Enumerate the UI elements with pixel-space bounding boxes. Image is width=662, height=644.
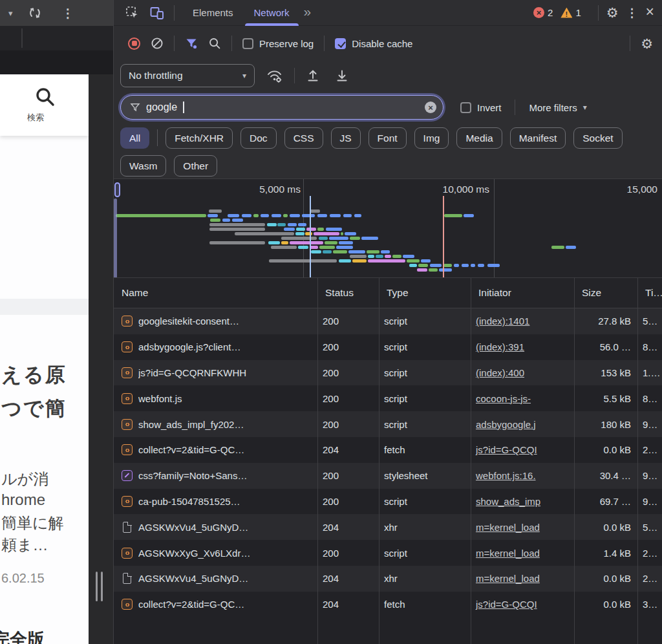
more-filters-button[interactable]: More filters ▾	[529, 102, 587, 113]
request-type-chips: AllFetch/XHRDocCSSJSFontImgMediaManifest…	[114, 124, 662, 179]
ruler-tick-label: 10,000 ms	[360, 184, 489, 195]
throttling-select[interactable]: No throttling ▾	[120, 64, 255, 87]
filter-chip-all[interactable]: All	[120, 127, 149, 149]
cell-type: xhr	[379, 573, 471, 584]
tab-elements[interactable]: Elements	[182, 0, 244, 26]
script-file-icon: ‹›	[122, 599, 133, 610]
device-toolbar-icon[interactable]	[149, 6, 165, 20]
request-name: webfont.js	[138, 393, 182, 404]
table-row[interactable]: ‹›adsbygoogle.js?client…200script(index)…	[114, 334, 662, 360]
invert-checkbox[interactable]: Invert	[460, 102, 502, 113]
cell-initiator: m=kernel_load	[471, 573, 574, 584]
initiator-link[interactable]: cocoon-js-js-	[476, 393, 531, 404]
settings-gear-icon[interactable]: ⚙	[606, 6, 619, 19]
initiator-link[interactable]: (index):1401	[476, 316, 529, 327]
column-resize-handle[interactable]	[471, 278, 471, 644]
table-row[interactable]: AGSKWxVu4_5uGNyD…204xhrm=kernel_load0.0 …	[114, 566, 662, 592]
table-row[interactable]: ‹›show_ads_impl_fy202…200scriptadsbygoog…	[114, 411, 662, 437]
waterfall-bar	[235, 232, 294, 235]
search-icon[interactable]	[208, 37, 221, 50]
column-header-type[interactable]: Type	[379, 287, 471, 299]
initiator-link[interactable]: webfont.js:16.	[476, 470, 536, 481]
cell-time: 8…	[637, 393, 662, 404]
cell-size: 0.0 kB	[574, 599, 637, 610]
waterfall-bar	[281, 241, 288, 244]
waterfall-bar	[268, 241, 280, 244]
table-row[interactable]: ‹›js?id=G-QCQRNFKWHH200script(index):400…	[114, 360, 662, 386]
filter-chip-socket[interactable]: Socket	[573, 127, 622, 149]
filter-chip-font[interactable]: Font	[368, 127, 407, 149]
table-row[interactable]: ‹›webfont.js200scriptcocoon-js-js-5.5 kB…	[114, 385, 662, 411]
initiator-link[interactable]: m=kernel_load	[476, 522, 540, 533]
dock-resize-grip[interactable]	[96, 572, 106, 601]
record-button[interactable]	[128, 38, 140, 50]
column-resize-handle[interactable]	[637, 278, 638, 644]
devtools-kebab-icon[interactable]: ⋮	[626, 6, 638, 20]
cell-size: 0.0 kB	[574, 522, 637, 533]
network-settings-gear-icon[interactable]: ⚙	[641, 37, 653, 50]
filter-chip-wasm[interactable]: Wasm	[120, 155, 166, 177]
import-har-icon[interactable]	[306, 69, 320, 83]
waterfall-bar	[381, 250, 390, 253]
toolbar-divider	[324, 36, 325, 51]
column-resize-handle[interactable]	[317, 278, 318, 644]
close-icon[interactable]: ×	[646, 5, 654, 19]
table-row[interactable]: ‹›AGSKWxXyG_Xv6LXdr…200scriptm=kernel_lo…	[114, 540, 662, 566]
filter-chip-other[interactable]: Other	[174, 155, 217, 177]
cell-time: 3…	[637, 599, 662, 610]
clear-filter-icon[interactable]: ×	[425, 102, 436, 113]
initiator-link[interactable]: show_ads_imp	[476, 496, 540, 507]
clear-icon[interactable]	[151, 37, 164, 50]
table-row[interactable]: ‹›collect?v=2&tid=G-QC…204fetchjs?id=G-Q…	[114, 592, 662, 617]
browser-kebab-icon[interactable]: ⋮	[62, 6, 74, 21]
filter-chip-manifest[interactable]: Manifest	[510, 127, 566, 149]
disable-cache-checkbox[interactable]: Disable cache	[335, 38, 412, 49]
initiator-link[interactable]: js?id=G-QCQI	[476, 599, 537, 610]
search-card[interactable]: 検索	[0, 74, 89, 136]
filter-chip-css[interactable]: CSS	[284, 127, 323, 149]
cell-initiator: js?id=G-QCQI	[471, 599, 574, 610]
cell-type: fetch	[379, 444, 471, 455]
tab-network[interactable]: Network	[244, 0, 300, 26]
network-conditions-icon[interactable]	[266, 68, 283, 83]
initiator-link[interactable]: adsbygoogle.j	[476, 419, 536, 430]
rotate-icon[interactable]	[27, 5, 43, 21]
initiator-link[interactable]: m=kernel_load	[476, 573, 540, 584]
table-row[interactable]: css?family=Noto+Sans…200stylesheetwebfon…	[114, 463, 662, 489]
warning-badge[interactable]: ! 1	[561, 7, 581, 18]
column-header-initiator[interactable]: Initiator	[471, 287, 574, 299]
export-har-icon[interactable]	[335, 69, 349, 83]
table-row[interactable]: ‹›collect?v=2&tid=G-QC…204fetchjs?id=G-Q…	[114, 437, 662, 463]
column-resize-handle[interactable]	[379, 278, 379, 644]
table-row[interactable]: AGSKWxVu4_5uGNyD…204xhrm=kernel_load0.0 …	[114, 514, 662, 540]
waterfall-bar	[305, 232, 312, 235]
inspect-icon[interactable]	[125, 6, 139, 19]
column-header-size[interactable]: Size	[574, 287, 637, 299]
column-header-ti[interactable]: Ti…	[637, 287, 662, 299]
request-name: AGSKWxVu4_5uGNyD…	[138, 573, 248, 584]
more-tabs-icon[interactable]: »	[304, 4, 312, 19]
waterfall-bar	[352, 259, 367, 263]
error-badge[interactable]: × 2	[533, 7, 553, 18]
filter-chip-doc[interactable]: Doc	[240, 127, 277, 149]
preserve-log-checkbox[interactable]: Preserve log	[242, 38, 314, 49]
waterfall-bar	[209, 223, 265, 226]
overview-window-handle[interactable]	[114, 182, 120, 197]
filter-chip-img[interactable]: Img	[414, 127, 449, 149]
initiator-link[interactable]: (index):400	[476, 367, 524, 378]
filter-chip-js[interactable]: JS	[331, 127, 361, 149]
table-row[interactable]: ‹›googlesitekit-consent…200script(index)…	[114, 308, 662, 334]
column-header-name[interactable]: Name	[114, 287, 317, 299]
filter-chip-media[interactable]: Media	[456, 127, 502, 149]
column-resize-handle[interactable]	[574, 278, 575, 644]
initiator-link[interactable]: m=kernel_load	[476, 548, 540, 559]
network-overview[interactable]: 5,000 ms10,000 ms15,000	[114, 179, 662, 278]
menu-caret-icon[interactable]: ▾	[8, 8, 13, 18]
column-header-status[interactable]: Status	[317, 287, 379, 299]
filter-icon[interactable]	[185, 37, 198, 50]
table-row[interactable]: ‹›ca-pub-15047851525…200scriptshow_ads_i…	[114, 489, 662, 515]
filter-input[interactable]: google ×	[120, 95, 443, 120]
initiator-link[interactable]: (index):391	[476, 341, 524, 352]
initiator-link[interactable]: js?id=G-QCQI	[476, 444, 537, 455]
filter-chip-fetch-xhr[interactable]: Fetch/XHR	[166, 127, 233, 149]
